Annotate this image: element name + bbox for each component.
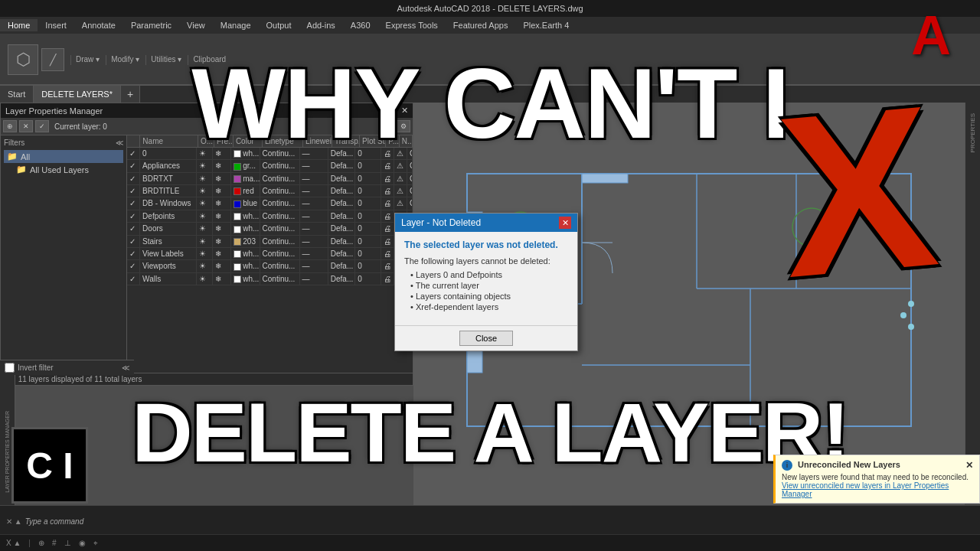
row-linetype: Continu... bbox=[260, 260, 300, 272]
snap-btn[interactable]: ⊕ bbox=[38, 539, 44, 547]
table-row[interactable]: ✓ DB - Windows ☀ ❄ blue Continu... — Def… bbox=[127, 197, 413, 210]
table-row[interactable]: ✓ Defpoints ☀ ❄ wh... Continu... — Defa.… bbox=[127, 210, 413, 223]
command-line: ✕ ▲ Type a command bbox=[0, 505, 980, 534]
row-freeze: ❄ bbox=[213, 197, 231, 209]
ribbon-tab-home[interactable]: Home bbox=[0, 19, 38, 31]
ortho-btn[interactable]: ⊥ bbox=[64, 539, 71, 547]
table-row[interactable]: ✓ BDRTXT ☀ ❄ ma... Continu... — Defa... … bbox=[127, 173, 413, 185]
row-check: ✓ bbox=[127, 273, 140, 285]
dialog-close-button[interactable]: Close bbox=[459, 331, 513, 346]
ribbon-tabs: Home Insert Annotate Parametric View Man… bbox=[0, 17, 980, 34]
command-output bbox=[6, 508, 974, 516]
settings-btn[interactable]: ⚙ bbox=[397, 120, 410, 132]
notification-icon: i bbox=[782, 460, 792, 471]
table-row[interactable]: ✓ Appliances ☀ ❄ gr... Continu... — Defa… bbox=[127, 160, 413, 172]
ribbon-tab-insert[interactable]: Insert bbox=[38, 19, 74, 31]
notification-close-btn[interactable]: ✕ bbox=[965, 460, 973, 471]
layer-panel: Layer Properties Manager ✕ ⊕ ✕ ✓ Current… bbox=[0, 103, 413, 386]
ribbon-tab-plexearth[interactable]: Plex.Earth 4 bbox=[515, 19, 577, 31]
notification-link[interactable]: View unreconciled new layers in Layer Pr… bbox=[782, 481, 973, 498]
filter-collapse-btn[interactable]: ≪ bbox=[122, 364, 129, 372]
draw-line-btn[interactable]: ╱ bbox=[41, 48, 64, 71]
row-lineweight: — bbox=[300, 197, 328, 209]
row-color: wh... bbox=[231, 148, 260, 159]
row-linetype: Continu... bbox=[260, 148, 300, 159]
draw-polyline-btn[interactable]: ⬡ bbox=[8, 44, 38, 75]
row-desc: Color_3 bbox=[407, 160, 413, 171]
layer-panel-title: Layer Properties Manager ✕ bbox=[1, 103, 413, 118]
command-input[interactable]: Type a command bbox=[25, 517, 84, 526]
grid-btn[interactable]: # bbox=[52, 539, 57, 547]
row-name: Walls bbox=[140, 273, 197, 285]
row-n: ⚠ bbox=[394, 185, 407, 197]
ribbon-tab-expresstools[interactable]: Express Tools bbox=[378, 19, 446, 31]
notification-body: New layers were found that may need to b… bbox=[782, 473, 973, 481]
row-lineweight: — bbox=[300, 260, 328, 272]
ribbon-tab-output[interactable]: Output bbox=[259, 19, 299, 31]
tab-delete-layers[interactable]: DELETE LAYERS* bbox=[34, 86, 121, 103]
row-n: ⚠ bbox=[394, 160, 407, 171]
row-on: ☀ bbox=[197, 160, 213, 171]
ribbon-tab-view[interactable]: View bbox=[179, 19, 213, 31]
row-on: ☀ bbox=[197, 210, 213, 222]
row-freeze: ❄ bbox=[213, 173, 231, 184]
right-properties-panel: PROPERTIES bbox=[965, 103, 980, 485]
ribbon-tab-annotate[interactable]: Annotate bbox=[74, 19, 123, 31]
dialog-titlebar: Layer - Not Deleted ✕ bbox=[395, 214, 577, 232]
tab-add[interactable]: + bbox=[121, 86, 140, 103]
dialog-x-button[interactable]: ✕ bbox=[559, 217, 571, 229]
row-p: 🖨 bbox=[381, 236, 394, 247]
col-lineweight: Lineweig... bbox=[303, 135, 332, 147]
tab-bar: Start DELETE LAYERS* + bbox=[0, 86, 980, 103]
row-freeze: ❄ bbox=[213, 185, 231, 197]
utilities-label: Utilities ▾ bbox=[151, 55, 181, 64]
filter-all[interactable]: 📁 All bbox=[4, 150, 123, 163]
osnap-btn[interactable]: ⌖ bbox=[93, 539, 98, 548]
table-row[interactable]: ✓ View Labels ☀ ❄ wh... Continu... — Def… bbox=[127, 248, 413, 260]
table-row[interactable]: ✓ Walls ☀ ❄ wh... Continu... — Defa... 0… bbox=[127, 273, 413, 285]
ribbon-tab-a360[interactable]: A360 bbox=[343, 19, 378, 31]
layer-filters: Filters ≪ 📁 All 📁 All Used Layers bbox=[1, 135, 127, 375]
ribbon-tab-addins[interactable]: Add-ins bbox=[299, 19, 343, 31]
row-n: ⚠ bbox=[394, 148, 407, 159]
col-name: Name bbox=[140, 135, 198, 147]
filter-all-used-layers[interactable]: 📁 All Used Layers bbox=[4, 163, 123, 176]
folder-icon: 📁 bbox=[7, 152, 18, 161]
dialog-list-item-1: The current layer bbox=[410, 281, 568, 290]
row-name: DB - Windows bbox=[140, 197, 197, 209]
set-current-btn[interactable]: ✓ bbox=[35, 120, 49, 132]
table-header: Name O... Fre... Color Linetype Lineweig… bbox=[127, 135, 413, 148]
row-color: blue bbox=[231, 197, 260, 209]
row-color: wh... bbox=[231, 210, 260, 222]
delete-layer-btn[interactable]: ✕ bbox=[19, 120, 33, 132]
title-text: Autodesk AutoCAD 2018 - DELETE LAYERS.dw… bbox=[397, 4, 583, 13]
row-lineweight: — bbox=[300, 185, 328, 197]
row-color: ma... bbox=[231, 173, 260, 184]
row-freeze: ❄ bbox=[213, 236, 231, 247]
table-row[interactable]: ✓ BRDTITLE ☀ ❄ red Continu... — Defa... … bbox=[127, 185, 413, 197]
table-row[interactable]: ✓ Doors ☀ ❄ wh... Continu... — Defa... 0… bbox=[127, 223, 413, 235]
row-on: ☀ bbox=[197, 185, 213, 197]
row-check: ✓ bbox=[127, 260, 140, 272]
table-row[interactable]: ✓ 0 ☀ ❄ wh... Continu... — Defa... 0 🖨 ⚠… bbox=[127, 148, 413, 160]
layer-panel-close[interactable]: ✕ bbox=[401, 106, 408, 116]
table-row[interactable]: ✓ Viewports ☀ ❄ wh... Continu... — Defa.… bbox=[127, 260, 413, 272]
invert-filter-checkbox[interactable] bbox=[5, 363, 15, 373]
tab-start[interactable]: Start bbox=[0, 86, 34, 103]
unreconciled-notification: i Unreconciled New Layers ✕ New layers w… bbox=[773, 455, 980, 504]
row-freeze: ❄ bbox=[213, 210, 231, 222]
row-p: 🖨 bbox=[381, 248, 394, 259]
filter-collapse[interactable]: ≪ bbox=[116, 139, 123, 147]
new-layer-btn[interactable]: ⊕ bbox=[3, 120, 17, 132]
ribbon-tab-parametric[interactable]: Parametric bbox=[123, 19, 179, 31]
ribbon-tab-featured[interactable]: Featured Apps bbox=[446, 19, 516, 31]
row-lineweight: — bbox=[300, 248, 328, 259]
row-plotstyle: 0 bbox=[355, 185, 381, 197]
table-row[interactable]: ✓ Stairs ☀ ❄ 203 Continu... — Defa... 0 … bbox=[127, 236, 413, 248]
row-trans: Defa... bbox=[328, 248, 355, 259]
row-check: ✓ bbox=[127, 160, 140, 171]
ribbon-tab-manage[interactable]: Manage bbox=[213, 19, 259, 31]
refresh-btn[interactable]: ↻ bbox=[381, 120, 395, 132]
polar-btn[interactable]: ◉ bbox=[79, 539, 86, 547]
row-color: gr... bbox=[231, 160, 260, 171]
